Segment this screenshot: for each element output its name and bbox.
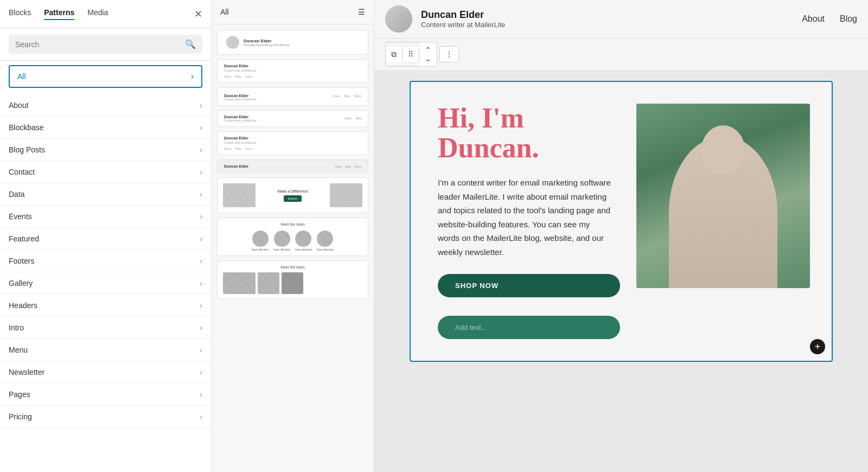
sidebar-item-pages[interactable]: Pages › xyxy=(0,384,211,406)
pattern-card[interactable]: Duncan Elder AboutBlogHome xyxy=(217,160,368,173)
sidebar-item-label: Intro xyxy=(9,323,24,332)
site-nav: About Blog xyxy=(802,14,857,24)
chevron-right-icon: › xyxy=(200,257,202,265)
middle-header: All ☰ xyxy=(212,0,374,24)
shop-now-button[interactable]: SHOP NOW xyxy=(438,274,620,297)
nav-item-blog[interactable]: Blog xyxy=(840,14,857,24)
sidebar-item-events[interactable]: Events › xyxy=(0,206,211,228)
sidebar-item-intro[interactable]: Intro › xyxy=(0,317,211,339)
team-member-avatar xyxy=(274,231,290,247)
filter-icon[interactable]: ☰ xyxy=(358,8,365,16)
pattern-preview: Meet the team xyxy=(218,261,368,298)
sidebar-item-label: Blog Posts xyxy=(9,145,45,154)
add-block-button[interactable]: + xyxy=(810,339,825,354)
team-member-avatar xyxy=(252,231,269,247)
more-options-button[interactable]: ⋮ xyxy=(439,46,459,62)
duplicate-button[interactable]: ⧉ xyxy=(386,47,403,62)
close-icon[interactable]: ✕ xyxy=(194,9,202,19)
sidebar-item-label: Contact xyxy=(9,168,35,176)
tab-patterns[interactable]: Patterns xyxy=(44,8,74,20)
category-nav-list: About › Blockbase › Blog Posts › Contact… xyxy=(0,92,211,472)
pattern-card[interactable]: Duncan Elder Content writer at MailerLit… xyxy=(217,131,368,155)
sidebar-item-menu[interactable]: Menu › xyxy=(0,339,211,361)
chevron-right-icon: › xyxy=(200,234,202,243)
sidebar-item-label: Pages xyxy=(9,390,30,399)
all-category-item[interactable]: All › xyxy=(9,65,202,88)
middle-panel: All ☰ Duncan Elder Proudly Powered by Wo… xyxy=(212,0,374,472)
avatar xyxy=(385,5,412,33)
sidebar-item-about[interactable]: About › xyxy=(0,94,211,117)
move-up-down-button[interactable]: ⌃⌄ xyxy=(419,42,437,66)
sidebar-item-newsletter[interactable]: Newsletter › xyxy=(0,361,211,384)
chevron-right-icon: › xyxy=(200,123,202,132)
person-head xyxy=(701,125,745,174)
list-item: Team Member xyxy=(316,231,334,251)
chevron-right-icon: › xyxy=(200,301,202,310)
sidebar-item-label: Footers xyxy=(9,257,34,265)
sidebar-item-data[interactable]: Data › xyxy=(0,183,211,206)
pattern-card[interactable]: Duncan Elder Content writer at MailerLit… xyxy=(217,110,368,127)
search-icon: 🔍 xyxy=(185,39,196,49)
sidebar-item-headers[interactable]: Headers › xyxy=(0,295,211,317)
team-member-avatar xyxy=(317,231,333,247)
chevron-right-icon: › xyxy=(200,279,202,288)
list-item: Team Member xyxy=(273,231,291,251)
filter-label: All xyxy=(220,8,229,16)
sidebar-item-label: About xyxy=(9,101,29,110)
sidebar-item-label: Events xyxy=(9,212,32,221)
right-panel: Duncan Elder Content writer at MailerLit… xyxy=(374,0,868,472)
sidebar-item-pricing[interactable]: Pricing › xyxy=(0,406,211,428)
drag-handle-button[interactable]: ⠿ xyxy=(403,47,419,62)
pattern-preview: Duncan Elder Proudly Powered by WordPres… xyxy=(218,30,368,54)
pattern-card-team[interactable]: Meet the team Team Member Team Member Te… xyxy=(217,218,368,256)
texture-center-content: Make a Difference Button xyxy=(259,189,327,202)
search-input[interactable] xyxy=(15,40,185,49)
pattern-card-texture[interactable]: Make a Difference Button xyxy=(217,177,368,213)
all-label: All xyxy=(17,72,26,81)
pattern-preview: Duncan Elder AboutBlogHome xyxy=(218,160,368,173)
chevron-right-icon: › xyxy=(200,346,202,354)
pattern-card[interactable]: Duncan Elder AboutBlogHome Content write… xyxy=(217,87,368,106)
sidebar-item-blog-posts[interactable]: Blog Posts › xyxy=(0,139,211,161)
sidebar-item-blockbase[interactable]: Blockbase › xyxy=(0,117,211,139)
pattern-preview: Duncan Elder Content writer at MailerLit… xyxy=(218,60,368,82)
texture-image-right xyxy=(330,183,362,207)
chevron-right-icon: › xyxy=(200,412,202,421)
pattern-card[interactable]: Duncan Elder Proudly Powered by WordPres… xyxy=(217,30,368,55)
pattern-card[interactable]: Duncan Elder Content writer at MailerLit… xyxy=(217,59,368,83)
search-input-wrap: 🔍 xyxy=(9,35,202,54)
patterns-list: Duncan Elder Proudly Powered by WordPres… xyxy=(212,24,374,472)
sidebar-item-featured[interactable]: Featured › xyxy=(0,228,211,250)
pattern-logo xyxy=(226,36,239,49)
list-item: Team Member xyxy=(295,231,312,251)
add-text-button[interactable]: Add text... xyxy=(438,316,620,339)
nav-item-about[interactable]: About xyxy=(802,14,825,24)
sidebar-item-label: Featured xyxy=(9,234,39,243)
sidebar-item-label: Blockbase xyxy=(9,123,44,132)
chevron-right-icon: › xyxy=(200,190,202,199)
hero-block[interactable]: Hi, I'm Duncan. I'm a content writer for… xyxy=(410,81,833,362)
user-name: Duncan Elder xyxy=(421,9,793,21)
sidebar-item-label: Menu xyxy=(9,346,28,354)
tab-blocks[interactable]: Blocks xyxy=(9,8,31,20)
tabs-bar: Blocks Patterns Media ✕ xyxy=(0,0,211,28)
sidebar-item-gallery[interactable]: Gallery › xyxy=(0,272,211,295)
chevron-right-icon: › xyxy=(200,390,202,399)
tab-media[interactable]: Media xyxy=(87,8,108,20)
texture-image-left xyxy=(223,183,256,207)
chevron-right-icon: › xyxy=(200,145,202,154)
team-member-avatar xyxy=(295,231,311,247)
sidebar-item-label: Newsletter xyxy=(9,368,44,377)
pattern-preview: Duncan Elder Content writer at MailerLit… xyxy=(218,111,368,126)
pattern-card-team-images[interactable]: Meet the team xyxy=(217,260,368,299)
list-item: Team Member xyxy=(252,231,269,251)
hero-buttons: SHOP NOW Add text... xyxy=(438,274,620,339)
sidebar-item-contact[interactable]: Contact › xyxy=(0,161,211,183)
sidebar-item-footers[interactable]: Footers › xyxy=(0,250,211,272)
preview-content: Hi, I'm Duncan. I'm a content writer for… xyxy=(374,70,868,472)
search-area: 🔍 xyxy=(0,28,211,61)
chevron-right-icon: › xyxy=(200,101,202,110)
team-member-image xyxy=(282,272,303,294)
hero-title: Hi, I'm Duncan. xyxy=(438,104,620,163)
chevron-right-icon: › xyxy=(200,368,202,377)
